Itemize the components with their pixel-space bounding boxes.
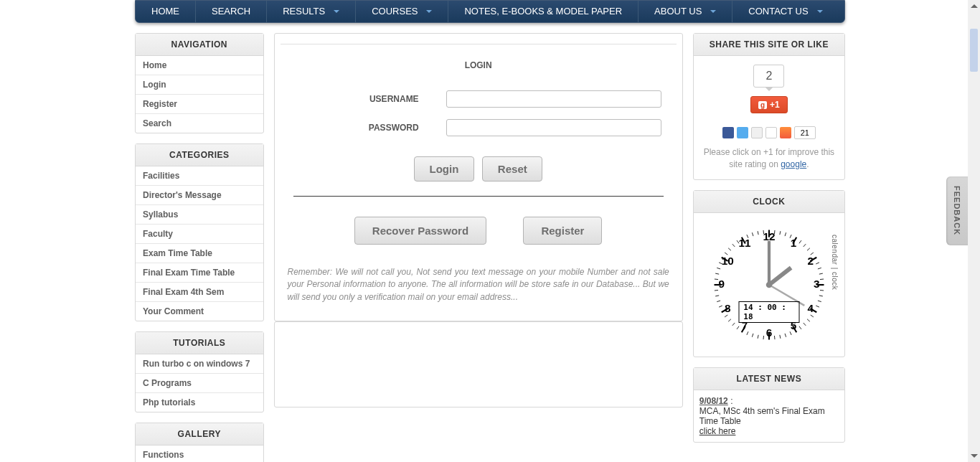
main-content: LOGIN USERNAME PASSWORD Login Reset (274, 33, 683, 407)
chevron-down-icon (334, 10, 339, 13)
google-link[interactable]: google (781, 159, 806, 169)
nav-search[interactable]: SEARCH (196, 1, 267, 22)
navigation-box: NAVIGATION Home Login Register Search (135, 33, 264, 133)
chevron-down-icon (817, 10, 823, 13)
nav-label: ABOUT US (654, 0, 702, 23)
svg-text:11: 11 (738, 237, 751, 249)
feedback-tab[interactable]: FEEDBACK (946, 176, 968, 245)
svg-line-32 (763, 336, 764, 339)
svg-line-17 (820, 290, 824, 291)
chevron-down-icon (426, 10, 432, 13)
top-nav: HOME SEARCH RESULTS COURSES NOTES, E-BOO… (135, 0, 845, 23)
svg-text:8: 8 (725, 302, 731, 314)
sidebar-item-final-4th[interactable]: Final Exam 4th Sem (136, 283, 263, 301)
tutorials-box: TUTORIALS Run turbo c on windows 7 C Pro… (135, 331, 264, 412)
nav-results[interactable]: RESULTS (267, 1, 356, 22)
sidebar-item-exam-tt[interactable]: Exam Time Table (136, 244, 263, 263)
google-g-icon: g (758, 101, 767, 109)
nav-label: NOTES, E-BOOKS & MODEL PAPER (464, 0, 622, 23)
news-box: LATEST NEWS 9/08/12 : MCA, MSc 4th sem's… (693, 367, 845, 443)
tutorials-list: Run turbo c on windows 7 C Programs Php … (136, 354, 263, 412)
nav-contact[interactable]: CONTACT US (732, 1, 838, 22)
digital-time: 14 : 00 : 18 (738, 301, 799, 323)
facebook-icon[interactable] (722, 127, 734, 138)
reset-button[interactable]: Reset (482, 156, 542, 182)
email-icon[interactable] (751, 127, 763, 138)
nav-courses[interactable]: COURSES (356, 1, 448, 22)
box-title: GALLERY (136, 423, 263, 446)
sidebar-item-functions[interactable]: Functions (136, 446, 263, 462)
share-icons-row: 21 (699, 126, 839, 139)
nav-about[interactable]: ABOUT US (639, 1, 732, 22)
secondary-panel (274, 321, 683, 407)
nav-home[interactable]: HOME (136, 1, 196, 22)
svg-line-15 (820, 279, 824, 280)
navigation-list: Home Login Register Search (136, 56, 263, 133)
box-title: CATEGORIES (136, 144, 263, 166)
login-box: LOGIN USERNAME PASSWORD Login Reset (274, 33, 683, 321)
news-link[interactable]: click here (699, 426, 736, 436)
sidebar-item-facilities[interactable]: Facilities (136, 166, 263, 185)
password-input[interactable] (446, 119, 661, 136)
disclaimer-text: Remember: We will not call you, Not send… (281, 266, 677, 315)
categories-list: Facilities Director's Message Syllabus F… (136, 166, 263, 321)
sidebar-item-syllabus[interactable]: Syllabus (136, 205, 263, 224)
nav-notes[interactable]: NOTES, E-BOOKS & MODEL PAPER (448, 1, 639, 22)
google-plus-button[interactable]: g+1 (750, 96, 788, 113)
share-note-prefix: Please click on +1 for improve this site… (704, 147, 834, 169)
sidebar-item-turboc[interactable]: Run turbo c on windows 7 (136, 354, 263, 373)
sidebar-item-director[interactable]: Director's Message (136, 186, 263, 204)
sidebar-item-comment[interactable]: Your Comment (136, 302, 263, 321)
share-note: Please click on +1 for improve this site… (699, 146, 839, 171)
box-title: SHARE THIS SITE OR LIKE (694, 34, 844, 56)
clock-box: CLOCK 12 (693, 190, 845, 357)
svg-text:9: 9 (718, 278, 725, 290)
sidebar-item-final-tt[interactable]: Final Exam Time Table (136, 263, 263, 282)
nav-label: RESULTS (283, 0, 325, 23)
feedback-label: FEEDBACK (953, 186, 961, 235)
box-title: LATEST NEWS (694, 368, 844, 390)
username-row: USERNAME (281, 90, 677, 108)
svg-text:12: 12 (763, 230, 775, 242)
username-input[interactable] (446, 90, 661, 108)
username-label: USERNAME (296, 94, 446, 104)
sidebar-item-login[interactable]: Login (136, 75, 263, 94)
svg-line-47 (715, 279, 718, 280)
sidebar-item-faculty[interactable]: Faculty (136, 225, 263, 243)
addthis-icon[interactable] (780, 127, 791, 138)
svg-text:2: 2 (807, 254, 814, 266)
scroll-down-arrow-icon[interactable] (968, 450, 980, 462)
box-title: NAVIGATION (136, 34, 263, 56)
sidebar-item-php[interactable]: Php tutorials (136, 393, 263, 412)
svg-line-30 (774, 336, 775, 339)
svg-text:10: 10 (722, 254, 734, 266)
clock-credit: calendar | clock (831, 235, 839, 335)
svg-point-73 (766, 281, 773, 288)
password-label: PASSWORD (296, 123, 446, 133)
sidebar-item-register[interactable]: Register (136, 95, 263, 113)
svg-text:3: 3 (814, 278, 820, 290)
vertical-scrollbar[interactable] (968, 0, 980, 462)
categories-box: CATEGORIES Facilities Director's Message… (135, 143, 264, 321)
scrollbar-thumb[interactable] (970, 29, 978, 72)
print-icon[interactable] (765, 127, 777, 138)
nav-label: SEARCH (212, 0, 250, 23)
news-text: MCA, MSc 4th sem's Final Exam Time Table (699, 406, 825, 426)
recover-password-button[interactable]: Recover Password (354, 217, 486, 245)
sidebar-item-cprograms[interactable]: C Programs (136, 374, 263, 392)
nav-label: CONTACT US (748, 0, 808, 23)
nav-label: COURSES (372, 0, 418, 23)
svg-line-45 (715, 290, 718, 291)
news-date: 9/08/12 (699, 396, 728, 406)
sidebar-item-search[interactable]: Search (136, 114, 263, 133)
twitter-icon[interactable] (737, 127, 748, 138)
share-count: 21 (794, 126, 816, 139)
share-note-suffix: . (806, 159, 809, 169)
scroll-up-arrow-icon[interactable] (968, 0, 980, 12)
gallery-box: GALLERY Functions (135, 423, 264, 462)
secondary-button-row: Recover Password Register (281, 217, 677, 245)
register-button[interactable]: Register (523, 217, 602, 245)
sidebar-item-home[interactable]: Home (136, 56, 263, 75)
login-button[interactable]: Login (414, 156, 474, 182)
nav-label: HOME (151, 0, 179, 23)
